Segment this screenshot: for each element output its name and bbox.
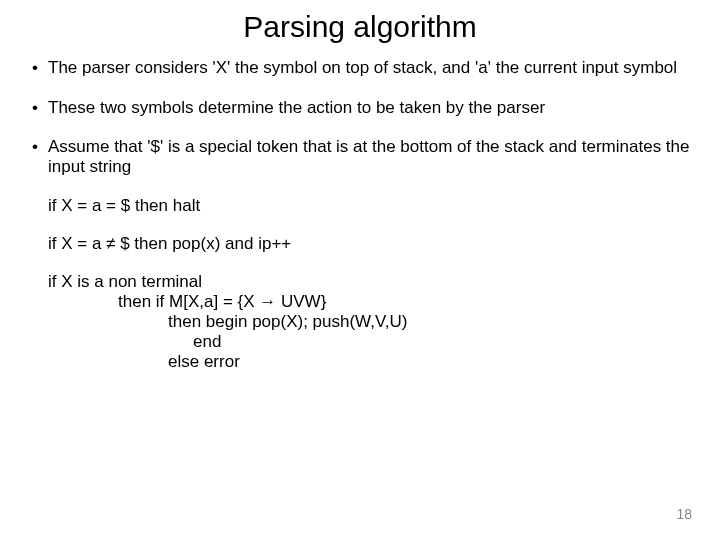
bullet-item: The parser considers 'X' the symbol on t… (28, 58, 692, 78)
bullet-item: Assume that '$' is a special token that … (28, 137, 692, 176)
code-line: if X is a non terminal (48, 272, 692, 292)
slide-title: Parsing algorithm (28, 10, 692, 44)
bullet-list: The parser considers 'X' the symbol on t… (28, 58, 692, 176)
code-line: then if M[X,a] = {X → UVW} (48, 292, 692, 312)
code-line: if X = a ≠ $ then pop(x) and ip++ (48, 234, 692, 254)
bullet-item: These two symbols determine the action t… (28, 98, 692, 118)
code-line: then begin pop(X); push(W,V,U) (48, 312, 692, 332)
code-line: end (48, 332, 692, 352)
pseudocode-block: if X = a = $ then halt if X = a ≠ $ then… (28, 196, 692, 372)
page-number: 18 (676, 506, 692, 522)
slide: Parsing algorithm The parser considers '… (0, 0, 720, 540)
code-line: else error (48, 352, 692, 372)
code-line: if X = a = $ then halt (48, 196, 692, 216)
